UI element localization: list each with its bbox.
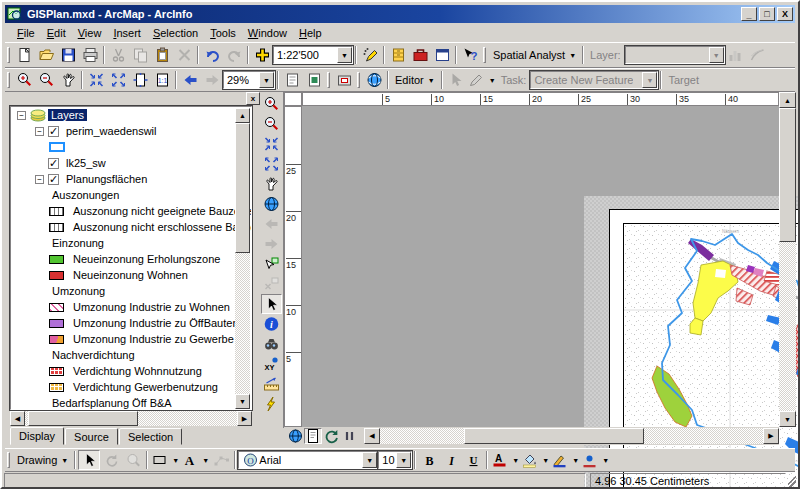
minimize-button[interactable]: _ bbox=[741, 7, 757, 21]
pagearrows-button[interactable] bbox=[129, 70, 151, 90]
toc-row[interactable]: Umzonung bbox=[11, 283, 251, 299]
atext-button[interactable]: A▼ bbox=[180, 450, 210, 470]
maximize-button[interactable]: □ bbox=[759, 7, 775, 21]
toc-close-icon[interactable]: x bbox=[246, 92, 260, 105]
fixedout-tool-button[interactable] bbox=[261, 154, 282, 174]
rectdraw-button[interactable]: ▼ bbox=[150, 450, 180, 470]
toc-row[interactable]: −Layers bbox=[11, 107, 251, 123]
whatsthis-button[interactable]: ? bbox=[459, 45, 481, 65]
scale-combo[interactable]: 1:22'500▼ bbox=[273, 46, 353, 64]
page11-button[interactable]: 1:1 bbox=[151, 70, 173, 90]
toc-row[interactable]: Bedarfsplanung Öff B&A bbox=[11, 395, 251, 410]
focus-button[interactable] bbox=[333, 70, 355, 90]
expander-icon[interactable]: − bbox=[17, 111, 26, 120]
expander-icon[interactable]: − bbox=[35, 127, 44, 136]
zoom-percent-combo[interactable]: 29%▼ bbox=[223, 71, 275, 89]
toc-row[interactable]: −perim_waedenswil bbox=[11, 123, 251, 139]
resize-grip[interactable] bbox=[788, 473, 796, 488]
fixedin-tool-button[interactable] bbox=[261, 134, 282, 154]
tab-source[interactable]: Source bbox=[65, 428, 118, 445]
menu-window[interactable]: Window bbox=[242, 25, 293, 41]
zoomin-tool-button[interactable] bbox=[261, 94, 282, 114]
italic-button[interactable]: I bbox=[440, 450, 462, 470]
size-combo-dropdown-icon[interactable]: ▼ bbox=[396, 452, 411, 468]
fullext-tool-button[interactable] bbox=[261, 194, 282, 214]
fixedin-button[interactable] bbox=[85, 70, 107, 90]
linecolor-button[interactable]: ▼ bbox=[550, 450, 580, 470]
tab-display[interactable]: Display bbox=[10, 427, 64, 445]
layer-label[interactable]: Umzonung Industrie zu Gewerbe bbox=[70, 333, 237, 345]
editor-grip[interactable] bbox=[357, 72, 360, 88]
spatial-analyst-menu[interactable]: Spatial Analyst▼ bbox=[489, 45, 580, 65]
toc-row[interactable]: Umzonung Industrie zu Wohnen bbox=[11, 299, 251, 315]
layer-label[interactable]: Umzonung Industrie zu ÖffBauten bbox=[70, 317, 242, 329]
layer-label[interactable]: Planungsflächen bbox=[63, 173, 150, 185]
find-tool-button[interactable] bbox=[261, 334, 282, 354]
catalog-button[interactable] bbox=[387, 45, 409, 65]
toc-layer-tree[interactable]: −Layers−perim_waedenswillk25_sw−Planungs… bbox=[10, 106, 252, 410]
measure-tool-button[interactable] bbox=[261, 374, 282, 394]
pagegreen-button[interactable] bbox=[303, 70, 325, 90]
font-combo-dropdown-icon[interactable]: ▼ bbox=[362, 452, 377, 468]
bold-button[interactable]: B bbox=[418, 450, 440, 470]
toc-row[interactable]: Neueinzonung Erholungszone bbox=[11, 251, 251, 267]
toc-row[interactable]: Auszonung nicht erschlossene Bauzone bbox=[11, 219, 251, 235]
layer-label[interactable]: Auszonung nicht erschlossene Bauzone bbox=[70, 221, 252, 233]
layoutview-button[interactable] bbox=[304, 428, 322, 444]
new-button[interactable] bbox=[13, 45, 35, 65]
layer-checkbox[interactable] bbox=[48, 126, 59, 137]
layer-label[interactable]: Auszonung nicht geeignete Bauzone bbox=[70, 205, 252, 217]
menu-view[interactable]: View bbox=[72, 25, 108, 41]
menu-insert[interactable]: Insert bbox=[107, 25, 147, 41]
toc-hscroll-thumb[interactable] bbox=[28, 411, 138, 426]
clearsel-tool-button[interactable] bbox=[261, 274, 282, 294]
cursor-button[interactable] bbox=[78, 450, 100, 470]
save-button[interactable] bbox=[57, 45, 79, 65]
standard-grip[interactable] bbox=[7, 47, 10, 63]
toc-row[interactable]: Auszonung nicht geeignete Bauzone bbox=[11, 203, 251, 219]
toolbox-button[interactable] bbox=[409, 45, 431, 65]
toc-row[interactable]: Verdichtung Gewerbenutzung bbox=[11, 379, 251, 395]
scale-combo-dropdown-icon[interactable]: ▼ bbox=[337, 47, 352, 63]
markercolor-button[interactable]: ▼ bbox=[580, 450, 610, 470]
back-button[interactable] bbox=[179, 70, 201, 90]
cursor-tool-button[interactable] bbox=[261, 294, 282, 314]
adddata-button[interactable] bbox=[251, 45, 273, 65]
layer-label[interactable]: Verdichtung Wohnnutzung bbox=[70, 365, 205, 377]
sketch-button[interactable] bbox=[359, 45, 381, 65]
undo-button[interactable] bbox=[201, 45, 223, 65]
winicon-button[interactable] bbox=[431, 45, 453, 65]
layer-label[interactable]: Neueinzonung Erholungszone bbox=[70, 253, 223, 265]
toc-row[interactable]: Umzonung Industrie zu ÖffBauten bbox=[11, 315, 251, 331]
map-scroll-down[interactable]: ▼ bbox=[779, 411, 796, 427]
layer-checkbox[interactable] bbox=[48, 174, 59, 185]
close-button[interactable]: X bbox=[777, 7, 793, 21]
title-bar[interactable]: GISPlan.mxd - ArcMap - ArcInfo _□X bbox=[5, 5, 795, 23]
size-combo[interactable]: 10▼ bbox=[378, 451, 412, 469]
menu-file[interactable]: File bbox=[11, 25, 41, 41]
open-button[interactable] bbox=[35, 45, 57, 65]
toc-scroll-up[interactable]: ▲ bbox=[235, 108, 250, 123]
bolt-tool-button[interactable] bbox=[261, 394, 282, 414]
toc-scroll-left[interactable]: ◀ bbox=[10, 411, 25, 426]
drawing-menu[interactable]: Drawing▼ bbox=[13, 450, 72, 470]
toc-row[interactable]: −Planungsflächen bbox=[11, 171, 251, 187]
layout-workspace[interactable]: NäusernWädenswilN EntwicklungskonzeptWäd… bbox=[584, 196, 800, 489]
layer-label[interactable]: Layers bbox=[48, 109, 87, 121]
fwd_g-tool-button[interactable] bbox=[261, 234, 282, 254]
fixedout-button[interactable] bbox=[107, 70, 129, 90]
layer-label[interactable]: perim_waedenswil bbox=[63, 125, 160, 137]
toc-row[interactable] bbox=[11, 139, 251, 155]
layer-label[interactable]: lk25_sw bbox=[63, 157, 109, 169]
toc-row[interactable]: Verdichtung Wohnnutzung bbox=[11, 363, 251, 379]
fillcolor-button[interactable]: ▼ bbox=[520, 450, 550, 470]
back_g-tool-button[interactable] bbox=[261, 214, 282, 234]
toc-row[interactable]: Nachverdichtung bbox=[11, 347, 251, 363]
toc-row[interactable]: Neueinzonung Wohnen bbox=[11, 267, 251, 283]
print-button[interactable] bbox=[79, 45, 101, 65]
menu-tools[interactable]: Tools bbox=[204, 25, 242, 41]
map-hscroll-thumb[interactable] bbox=[464, 428, 644, 444]
zoom-percent-combo-dropdown-icon[interactable]: ▼ bbox=[259, 72, 274, 88]
map-scroll-left[interactable]: ◀ bbox=[364, 428, 380, 444]
toc-row[interactable]: Einzonung bbox=[11, 235, 251, 251]
